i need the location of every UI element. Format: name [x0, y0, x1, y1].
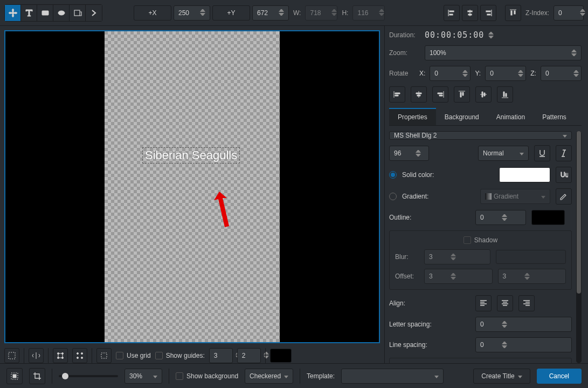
- rotate-x-label: X:: [419, 70, 425, 77]
- canvas-checkerboard: Siberian Seagulls: [105, 31, 280, 342]
- fit-btn[interactable]: [6, 368, 23, 384]
- svg-point-1: [58, 11, 65, 15]
- distribute-v-btn[interactable]: [72, 348, 87, 363]
- zoom-slider[interactable]: [59, 375, 118, 377]
- marquee-btn[interactable]: [96, 348, 112, 363]
- use-grid-checkbox[interactable]: Use grid: [116, 352, 151, 359]
- obj-align-bottom[interactable]: [497, 86, 513, 103]
- rotate-x-input[interactable]: [430, 66, 471, 81]
- text-color-swatch[interactable]: [499, 167, 550, 182]
- show-guides-checkbox[interactable]: Show guides:: [155, 352, 205, 359]
- select-all-btn[interactable]: [4, 348, 19, 363]
- obj-align-vcenter[interactable]: [475, 86, 492, 103]
- font-size-input[interactable]: [389, 146, 429, 161]
- props-scrollbar[interactable]: [576, 131, 582, 363]
- underline-btn[interactable]: [534, 145, 550, 161]
- image-tool[interactable]: [70, 5, 86, 21]
- rotate-y-input[interactable]: [485, 66, 526, 81]
- x-position-input[interactable]: [174, 5, 210, 21]
- outline-color-swatch[interactable]: [531, 210, 565, 225]
- y-spinner[interactable]: [279, 9, 284, 16]
- outline-label: Outline:: [389, 214, 470, 221]
- obj-align-right[interactable]: [432, 86, 448, 103]
- solid-color-radio[interactable]: [389, 171, 397, 179]
- edit-gradient-btn[interactable]: [556, 188, 572, 205]
- rect-tool[interactable]: [37, 5, 53, 21]
- more-tools[interactable]: [86, 5, 102, 21]
- template-label: Template:: [307, 372, 335, 380]
- typewriter-group: Typewriter effect Frame step: Variation:: [389, 358, 572, 363]
- cancel-button[interactable]: Cancel: [537, 369, 582, 384]
- align-label: Align:: [389, 299, 470, 307]
- offset-x-input: [424, 269, 493, 284]
- italic-btn[interactable]: [556, 145, 572, 161]
- text-align-center[interactable]: [497, 295, 513, 311]
- x-value[interactable]: [178, 9, 198, 17]
- outline-input[interactable]: [475, 210, 526, 225]
- chevron-down-icon: [520, 149, 524, 157]
- font-family-value: MS Shell Dlg 2: [394, 132, 437, 139]
- tab-properties[interactable]: Properties: [389, 108, 436, 125]
- text-align-right[interactable]: [518, 295, 535, 311]
- uppercase-btn[interactable]: Uu: [556, 167, 572, 183]
- text-tool[interactable]: [21, 5, 37, 21]
- show-background-checkbox[interactable]: Show background: [176, 372, 238, 380]
- title-text-layer[interactable]: Siberian Seagulls: [142, 147, 240, 164]
- svg-rect-12: [101, 353, 107, 358]
- svg-rect-15: [13, 375, 16, 378]
- obj-align-hcenter[interactable]: [411, 86, 427, 103]
- gradient-radio[interactable]: [389, 193, 397, 200]
- zoom-percent-dropdown[interactable]: 30%: [124, 369, 162, 384]
- use-grid-label: Use grid: [127, 352, 151, 359]
- blur-label: Blur:: [395, 253, 419, 261]
- zoom-label: Zoom:: [389, 49, 420, 57]
- guides-cols-input[interactable]: [209, 348, 233, 363]
- shadow-group: Shadow Blur: Offset:: [389, 230, 572, 290]
- shadow-checkbox[interactable]: Shadow: [464, 236, 497, 244]
- letter-spacing-input[interactable]: [475, 317, 572, 332]
- svg-rect-0: [42, 11, 49, 15]
- zoom-percent-value: 30%: [129, 372, 142, 380]
- create-title-button[interactable]: Create Title: [473, 369, 530, 384]
- align-center-btn[interactable]: [462, 5, 478, 21]
- zoom-dropdown[interactable]: 100%: [425, 45, 582, 60]
- distribute-h-btn[interactable]: [53, 348, 68, 363]
- svg-point-8: [77, 352, 79, 354]
- y-position-input[interactable]: [252, 5, 289, 21]
- background-type-dropdown[interactable]: Checkered: [245, 369, 293, 384]
- obj-align-left[interactable]: [389, 86, 405, 103]
- align-left-btn[interactable]: [444, 5, 460, 21]
- guide-color-swatch[interactable]: [270, 349, 292, 363]
- x-spinner[interactable]: [200, 9, 205, 16]
- rotate-z-input[interactable]: [541, 66, 582, 81]
- zindex-spinner[interactable]: [580, 9, 585, 16]
- y-value[interactable]: [257, 9, 276, 17]
- properties-panel: Duration: 00:00:05:00 Zoom: 100% Rotate …: [384, 26, 588, 363]
- obj-align-top[interactable]: [454, 86, 470, 103]
- height-value: [357, 9, 377, 17]
- text-align-left[interactable]: [475, 295, 492, 311]
- canvas-area[interactable]: Siberian Seagulls: [4, 30, 380, 343]
- align-top-btn[interactable]: [505, 5, 521, 21]
- tab-background[interactable]: Background: [436, 108, 488, 125]
- plus-x-button[interactable]: +X: [134, 5, 171, 21]
- tool-group: [4, 4, 102, 22]
- line-spacing-label: Line spacing:: [389, 341, 470, 349]
- tab-patterns[interactable]: Patterns: [534, 108, 575, 125]
- ellipse-tool[interactable]: [53, 5, 70, 21]
- zindex-value[interactable]: [558, 9, 578, 17]
- font-weight-dropdown[interactable]: Normal: [478, 146, 529, 161]
- plus-y-button[interactable]: +Y: [212, 5, 250, 21]
- move-tool[interactable]: [5, 5, 21, 21]
- zindex-input[interactable]: [554, 5, 584, 21]
- align-right-btn[interactable]: [480, 5, 496, 21]
- flip-h-btn[interactable]: [29, 348, 44, 363]
- crop-btn[interactable]: [29, 368, 45, 384]
- line-spacing-input[interactable]: [475, 337, 572, 352]
- tab-animation[interactable]: Animation: [488, 108, 534, 125]
- template-dropdown[interactable]: [341, 369, 444, 384]
- duration-spinner[interactable]: [488, 32, 494, 39]
- guides-rows-input[interactable]: [237, 348, 261, 363]
- font-family-dropdown[interactable]: MS Shell Dlg 2: [389, 131, 572, 140]
- svg-point-11: [81, 357, 83, 358]
